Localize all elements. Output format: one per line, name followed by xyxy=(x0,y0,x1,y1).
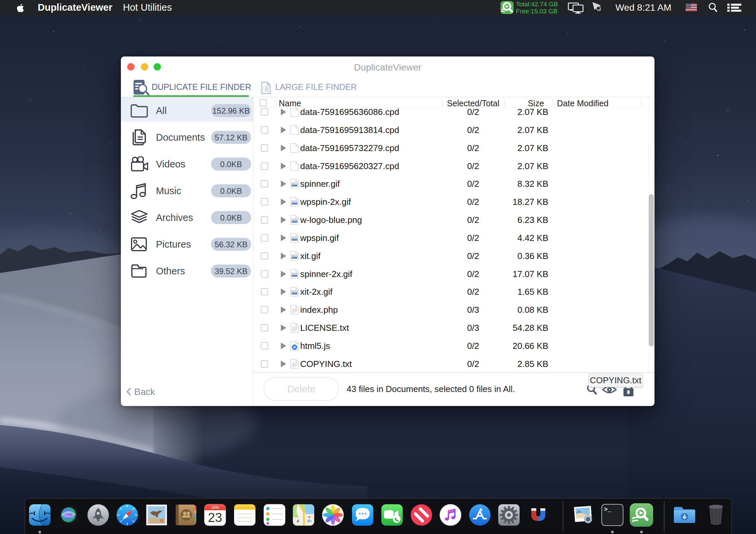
svg-text:JAN: JAN xyxy=(211,505,219,510)
svg-text:>_: >_ xyxy=(604,506,611,513)
svg-text:3D: 3D xyxy=(307,519,312,523)
svg-text:23: 23 xyxy=(208,511,222,525)
